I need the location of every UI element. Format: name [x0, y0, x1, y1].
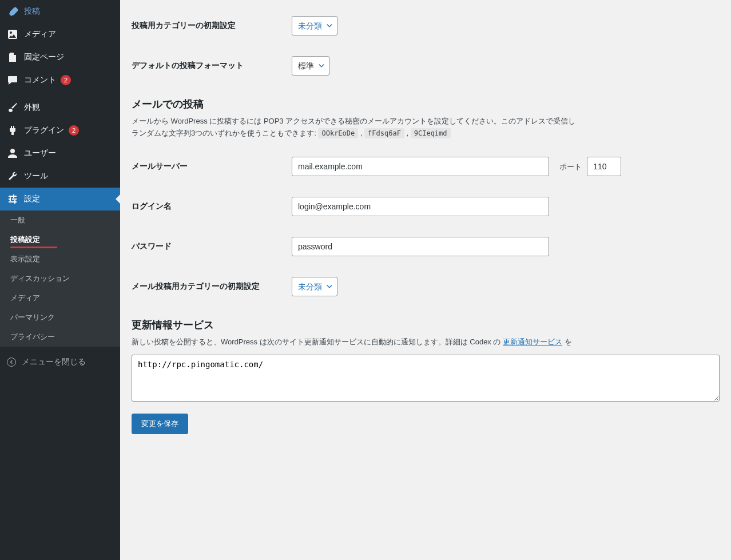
wrench-icon [7, 170, 18, 182]
mail-post-heading: メールでの投稿 [132, 97, 720, 111]
sidebar-item-plugins[interactable]: プラグイン 2 [0, 119, 120, 142]
sidebar-item-comments[interactable]: コメント 2 [0, 69, 120, 92]
mail-server-input[interactable] [292, 157, 549, 176]
mail-post-description: メールから WordPress に投稿するには POP3 アクセスができる秘密の… [132, 116, 720, 140]
update-services-link[interactable]: 更新通知サービス [503, 337, 562, 346]
sidebar-label: ユーザー [24, 148, 56, 158]
sidebar-label: 投稿 [24, 6, 40, 17]
plugins-count-badge: 2 [69, 125, 79, 136]
submenu-permalink[interactable]: パーマリンク [0, 308, 120, 327]
update-services-description: 新しい投稿を公開すると、WordPress は次のサイト更新通知サービスに自動的… [132, 336, 720, 348]
update-services-heading: 更新情報サービス [132, 318, 720, 332]
mail-category-select[interactable]: 未分類 [292, 277, 337, 296]
random-string-1: OOkrEoDe [318, 128, 358, 138]
media-icon [7, 29, 18, 40]
collapse-label: メニューを閉じる [22, 357, 86, 367]
sidebar-label: メディア [24, 29, 56, 39]
port-label: ポート [559, 162, 582, 171]
collapse-icon [7, 358, 16, 367]
submenu-discussion[interactable]: ディスカッション [0, 269, 120, 288]
plug-icon [7, 125, 18, 136]
pages-icon [7, 51, 18, 63]
comment-icon [7, 74, 18, 86]
default-category-label: 投稿用カテゴリーの初期設定 [132, 16, 292, 31]
sidebar-label: 固定ページ [24, 52, 64, 62]
login-name-input[interactable] [292, 197, 549, 216]
user-icon [7, 148, 18, 159]
sidebar-item-appearance[interactable]: 外観 [0, 96, 120, 119]
password-input[interactable] [292, 237, 549, 256]
settings-submenu: 一般 投稿設定 表示設定 ディスカッション メディア パーマリンク プライバシー [0, 211, 120, 347]
sidebar-label: 外観 [24, 102, 40, 113]
default-format-label: デフォルトの投稿フォーマット [132, 56, 292, 71]
sidebar-item-pages[interactable]: 固定ページ [0, 46, 120, 69]
sidebar-item-media[interactable]: メディア [0, 23, 120, 46]
submenu-writing[interactable]: 投稿設定 [0, 230, 120, 249]
sidebar-label: コメント [24, 75, 56, 85]
random-string-2: fFdsq6aF [364, 128, 404, 138]
submenu-privacy[interactable]: プライバシー [0, 327, 120, 347]
submenu-general[interactable]: 一般 [0, 211, 120, 230]
save-button[interactable]: 変更を保存 [132, 414, 188, 434]
sidebar-item-users[interactable]: ユーザー [0, 142, 120, 165]
admin-sidebar: 投稿 メディア 固定ページ コメント 2 外観 プラグイン 2 ユーザー [0, 0, 120, 560]
ping-services-textarea[interactable]: http://rpc.pingomatic.com/ [132, 355, 720, 402]
submenu-reading[interactable]: 表示設定 [0, 249, 120, 269]
sidebar-item-settings[interactable]: 設定 [0, 188, 120, 211]
sidebar-label: プラグイン [24, 125, 64, 136]
default-format-select[interactable]: 標準 [292, 56, 329, 76]
brush-icon [7, 102, 18, 113]
settings-content: 投稿用カテゴリーの初期設定 未分類 デフォルトの投稿フォーマット 標準 メールで… [120, 0, 731, 560]
mail-server-label: メールサーバー [132, 157, 292, 172]
default-category-select[interactable]: 未分類 [292, 16, 337, 35]
collapse-menu[interactable]: メニューを閉じる [0, 351, 120, 373]
login-name-label: ログイン名 [132, 197, 292, 212]
pin-icon [7, 6, 18, 17]
sidebar-item-tools[interactable]: ツール [0, 165, 120, 188]
password-label: パスワード [132, 237, 292, 252]
submenu-media[interactable]: メディア [0, 288, 120, 308]
sliders-icon [7, 193, 18, 205]
random-string-3: 9CIeqimd [411, 128, 451, 138]
comments-count-badge: 2 [61, 75, 71, 85]
sidebar-label: ツール [24, 171, 48, 181]
sidebar-label: 設定 [24, 194, 40, 204]
sidebar-item-posts[interactable]: 投稿 [0, 0, 120, 23]
port-input[interactable] [587, 157, 621, 176]
mail-category-label: メール投稿用カテゴリーの初期設定 [132, 277, 292, 292]
